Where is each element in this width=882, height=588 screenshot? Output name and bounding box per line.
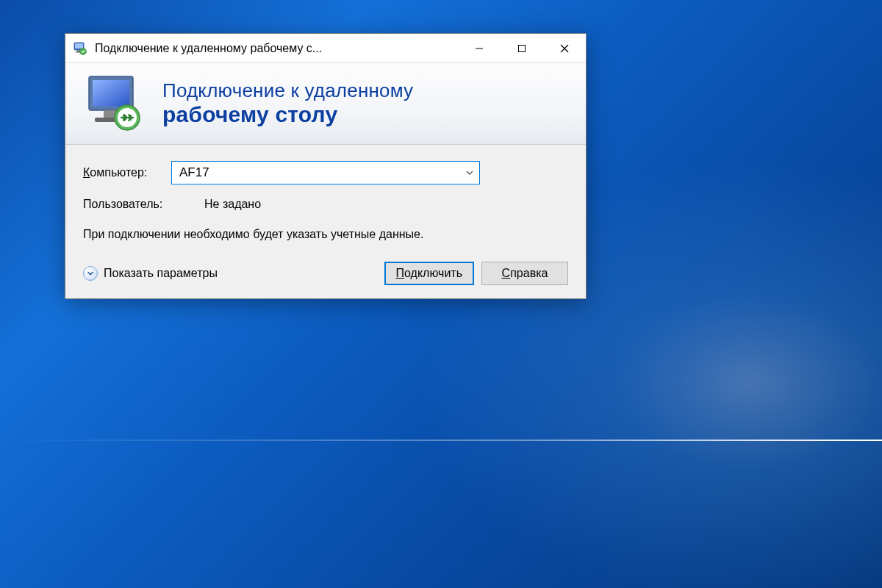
dialog-body: Компьютер: Пользователь: Не задано При п…: [65, 145, 586, 298]
show-options-label: Показать параметры: [104, 267, 218, 280]
svg-rect-10: [93, 80, 129, 107]
banner-title-line1: Подключение к удаленному: [162, 79, 413, 102]
help-button[interactable]: Справка: [481, 262, 568, 285]
computer-input[interactable]: [172, 162, 460, 183]
credentials-info: При подключении необходимо будет указать…: [83, 226, 480, 243]
window-title: Подключение к удаленному рабочему с...: [95, 42, 458, 55]
user-label: Пользователь:: [83, 198, 204, 211]
svg-rect-6: [519, 45, 526, 51]
expand-chevron-icon: [83, 266, 98, 281]
rdp-dialog: Подключение к удаленному рабочему с...: [65, 33, 587, 299]
dialog-banner: Подключение к удаленному рабочему столу: [65, 63, 586, 145]
window-controls: [458, 34, 586, 62]
minimize-button[interactable]: [458, 34, 501, 62]
svg-point-4: [80, 48, 87, 54]
computer-label: Компьютер:: [83, 166, 171, 179]
show-options-button[interactable]: Показать параметры: [83, 266, 218, 281]
maximize-button[interactable]: [501, 34, 543, 62]
banner-title-line2: рабочему столу: [162, 102, 413, 127]
titlebar[interactable]: Подключение к удаленному рабочему с...: [65, 34, 586, 63]
dialog-footer: Показать параметры Подключить Справка: [83, 262, 568, 285]
rdp-app-icon: [73, 41, 87, 56]
user-row: Пользователь: Не задано: [83, 198, 568, 211]
user-value: Не задано: [204, 198, 261, 211]
computer-row: Компьютер:: [83, 161, 568, 184]
rdp-large-icon: [82, 74, 148, 132]
computer-combobox[interactable]: [171, 161, 480, 184]
close-button[interactable]: [543, 34, 586, 62]
connect-button[interactable]: Подключить: [384, 262, 474, 285]
svg-rect-1: [75, 43, 83, 49]
chevron-down-icon[interactable]: [460, 168, 479, 177]
